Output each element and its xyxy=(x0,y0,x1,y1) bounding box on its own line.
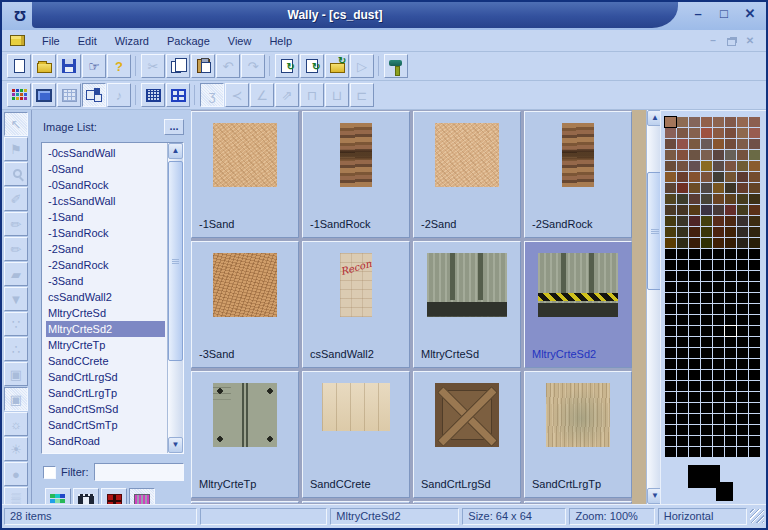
palette-color-cell[interactable] xyxy=(665,249,676,259)
palette-color-cell[interactable] xyxy=(689,293,700,303)
palette-color-cell[interactable] xyxy=(749,326,760,336)
list-item[interactable]: -1SandRock xyxy=(46,225,167,241)
palette-color-cell[interactable] xyxy=(737,139,748,149)
texture-cell[interactable] xyxy=(302,501,410,503)
palette-color-cell[interactable] xyxy=(713,304,724,314)
palette-color-cell[interactable] xyxy=(701,117,712,127)
palette-color-cell[interactable] xyxy=(677,128,688,138)
palette-color-cell[interactable] xyxy=(737,447,748,457)
palette-color-cell[interactable] xyxy=(749,150,760,160)
palette-color-cell[interactable] xyxy=(665,238,676,248)
palette-color-cell[interactable] xyxy=(677,249,688,259)
palette-color-cell[interactable] xyxy=(737,194,748,204)
palette-color-cell[interactable] xyxy=(713,194,724,204)
texture-cell[interactable]: SandCrtLrgTp xyxy=(524,371,632,498)
new-button[interactable] xyxy=(7,54,31,78)
texture-cell[interactable]: ReconcsSandWall2 xyxy=(302,241,410,368)
animation-view-button[interactable]: ♪ xyxy=(107,83,131,107)
palette-color-cell[interactable] xyxy=(689,205,700,215)
menu-file[interactable]: File xyxy=(33,32,69,50)
palette-color-cell[interactable] xyxy=(665,216,676,226)
menu-package[interactable]: Package xyxy=(158,32,219,50)
palette-color-cell[interactable] xyxy=(689,315,700,325)
texture-cell[interactable]: SandCCrete xyxy=(302,371,410,498)
palette-color-cell[interactable] xyxy=(713,216,724,226)
palette-color-cell[interactable] xyxy=(689,337,700,347)
palette-color-cell[interactable] xyxy=(737,348,748,358)
palette-color-cell[interactable] xyxy=(737,425,748,435)
spray-tool-button[interactable]: ∵ xyxy=(4,312,28,336)
palette-color-cell[interactable] xyxy=(713,414,724,424)
blur-tool-button[interactable]: ● xyxy=(4,462,28,486)
palette-color-cell[interactable] xyxy=(713,271,724,281)
palette-color-cell[interactable] xyxy=(749,139,760,149)
palette-color-cell[interactable] xyxy=(701,238,712,248)
palette-color-cell[interactable] xyxy=(665,128,676,138)
palette-color-cell[interactable] xyxy=(689,370,700,380)
palette-color-cell[interactable] xyxy=(737,260,748,270)
palette-color-cell[interactable] xyxy=(677,227,688,237)
palette-color-cell[interactable] xyxy=(713,139,724,149)
palette-color-cell[interactable] xyxy=(665,282,676,292)
maximize-button[interactable]: □ xyxy=(716,6,732,22)
palette-color-cell[interactable] xyxy=(713,425,724,435)
palette-color-cell[interactable] xyxy=(713,359,724,369)
palette-color-cell[interactable] xyxy=(725,425,736,435)
palette-color-cell[interactable] xyxy=(665,326,676,336)
filter-input[interactable] xyxy=(94,463,185,481)
list-item[interactable]: -1csSandWall xyxy=(46,193,167,209)
palette-color-cell[interactable] xyxy=(689,326,700,336)
palette-color-cell[interactable] xyxy=(737,205,748,215)
palette-color-cell[interactable] xyxy=(701,282,712,292)
palette-color-cell[interactable] xyxy=(737,172,748,182)
palette-color-cell[interactable] xyxy=(725,150,736,160)
palette-color-cell[interactable] xyxy=(725,183,736,193)
palette-color-cell[interactable] xyxy=(701,326,712,336)
palette-color-cell[interactable] xyxy=(701,348,712,358)
palette-color-cell[interactable] xyxy=(725,161,736,171)
palette-color-cell[interactable] xyxy=(677,326,688,336)
palette-color-cell[interactable] xyxy=(725,315,736,325)
hammer-tool-button[interactable] xyxy=(384,54,408,78)
palette-color-cell[interactable] xyxy=(701,216,712,226)
palette-color-cell[interactable] xyxy=(665,447,676,457)
copy-button[interactable] xyxy=(166,54,190,78)
palette-color-cell[interactable] xyxy=(677,381,688,391)
texture-cell[interactable]: -1Sand xyxy=(191,111,299,238)
palette-color-cell[interactable] xyxy=(749,161,760,171)
palette-color-cell[interactable] xyxy=(737,370,748,380)
list-item[interactable]: -0csSandWall xyxy=(46,145,167,161)
palette-color-cell[interactable] xyxy=(725,260,736,270)
palette-color-cell[interactable] xyxy=(737,326,748,336)
palette-color-cell[interactable] xyxy=(677,172,688,182)
palette-color-cell[interactable] xyxy=(665,304,676,314)
list-scrollbar[interactable]: ▲ ▼ xyxy=(167,143,183,453)
thumbnail-view-button[interactable] xyxy=(82,83,106,107)
resize-grip[interactable] xyxy=(750,509,764,523)
palette-color-cell[interactable] xyxy=(689,392,700,402)
palette-color-cell[interactable] xyxy=(689,172,700,182)
tile-tool-1-button[interactable]: ⊓ xyxy=(300,83,324,107)
palette-color-cell[interactable] xyxy=(689,282,700,292)
palette-color-cell[interactable] xyxy=(689,238,700,248)
palette-color-cell[interactable] xyxy=(737,337,748,347)
palette-color-cell[interactable] xyxy=(677,194,688,204)
palette-color-cell[interactable] xyxy=(725,205,736,215)
palette-color-cell[interactable] xyxy=(749,205,760,215)
palette-color-cell[interactable] xyxy=(701,359,712,369)
palette-color-cell[interactable] xyxy=(677,315,688,325)
palette-color-cell[interactable] xyxy=(749,392,760,402)
palette-color-cell[interactable] xyxy=(725,282,736,292)
palette-color-cell[interactable] xyxy=(737,238,748,248)
palette-color-cell[interactable] xyxy=(677,271,688,281)
palette-color-cell[interactable] xyxy=(737,150,748,160)
palette-color-cell[interactable] xyxy=(725,117,736,127)
palette-color-cell[interactable] xyxy=(725,414,736,424)
palette-color-cell[interactable] xyxy=(677,425,688,435)
palette-color-cell[interactable] xyxy=(749,128,760,138)
close-button[interactable]: ✕ xyxy=(742,6,758,22)
palette-color-cell[interactable] xyxy=(713,260,724,270)
palette-color-cell[interactable] xyxy=(713,128,724,138)
palette-color-cell[interactable] xyxy=(713,403,724,413)
palette-color-cell[interactable] xyxy=(725,249,736,259)
